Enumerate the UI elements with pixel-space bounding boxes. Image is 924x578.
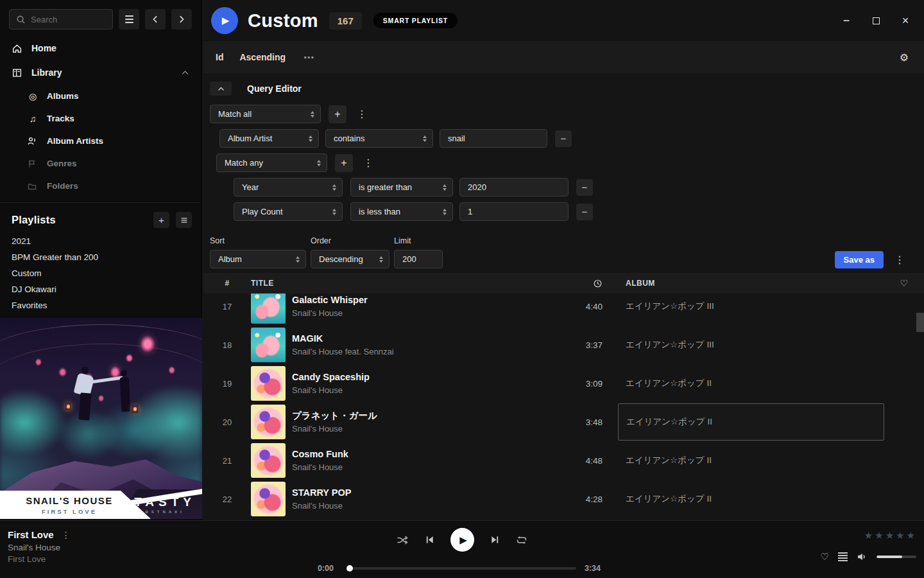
- rule-field-select[interactable]: Album Artist: [219, 129, 319, 148]
- add-rule-button[interactable]: +: [335, 154, 353, 172]
- now-playing-artist[interactable]: Snail's House: [8, 543, 71, 552]
- collapse-query-editor-button[interactable]: [210, 82, 232, 96]
- track-artist[interactable]: Snail's House: [292, 384, 370, 396]
- playlist-item[interactable]: 2021: [12, 233, 189, 249]
- close-button[interactable]: ×: [896, 11, 915, 30]
- table-row[interactable]: 19 Candy Spaceship Snail's House 3:09 エイ…: [203, 364, 924, 403]
- sidebar-item-genres[interactable]: Genres: [0, 152, 201, 175]
- repeat-button[interactable]: [516, 535, 527, 545]
- nav-forward-button[interactable]: [171, 9, 192, 30]
- playlist-item[interactable]: Custom: [12, 265, 189, 281]
- rule-operator-select[interactable]: is less than: [350, 202, 453, 221]
- remove-rule-button[interactable]: −: [576, 179, 593, 196]
- track-album[interactable]: エイリアン☆ポップ II: [618, 442, 884, 479]
- track-artist[interactable]: Snail's House: [292, 307, 368, 319]
- rule-field-select[interactable]: Year: [234, 178, 343, 197]
- track-album[interactable]: エイリアン☆ポップ II: [618, 365, 884, 402]
- maximize-button[interactable]: [866, 11, 886, 30]
- star-icon[interactable]: ★: [907, 530, 915, 541]
- rule-value-input[interactable]: [440, 129, 547, 148]
- playlist-item[interactable]: DJ Okawari: [12, 281, 189, 297]
- column-header-album[interactable]: ALBUM: [618, 279, 884, 288]
- rule-value-input[interactable]: [459, 178, 569, 197]
- volume-icon[interactable]: [857, 552, 868, 562]
- match-type-select[interactable]: Match any: [216, 153, 327, 172]
- column-header-index[interactable]: #: [203, 279, 251, 288]
- sidebar-item-album-artists[interactable]: Album Artists: [0, 130, 201, 152]
- volume-slider[interactable]: [877, 556, 916, 558]
- remove-rule-button[interactable]: −: [576, 204, 593, 220]
- sidebar-item-library[interactable]: Library: [0, 60, 201, 85]
- search-box[interactable]: [9, 9, 113, 30]
- remove-rule-button[interactable]: −: [555, 130, 572, 147]
- sidebar-item-home[interactable]: Home: [0, 36, 201, 60]
- table-row[interactable]: 20 プラネット・ガール Snail's House 3:48 エイリアン☆ポッ…: [203, 403, 924, 441]
- menu-button[interactable]: [119, 9, 139, 30]
- more-options-icon[interactable]: ⋯: [304, 51, 314, 64]
- star-icon[interactable]: ★: [886, 530, 894, 541]
- shuffle-button[interactable]: [397, 535, 409, 545]
- limit-input[interactable]: [394, 250, 443, 268]
- sidebar-item-albums[interactable]: ◎ Albums: [0, 85, 201, 107]
- list-icon: [180, 216, 189, 225]
- rule-value-input[interactable]: [459, 202, 569, 221]
- queue-icon[interactable]: [838, 552, 848, 561]
- track-artist[interactable]: Snail's House feat. Sennzai: [292, 346, 394, 358]
- column-header-favorite[interactable]: ♡: [884, 278, 924, 288]
- playlist-item[interactable]: Favorites: [12, 297, 189, 313]
- now-playing-artwork[interactable]: SNAIL'S HOUSE FIRST LOVE TASTY BSTNAXI: [0, 318, 202, 519]
- rule-group-menu-button[interactable]: ⋮: [361, 157, 376, 169]
- track-artist[interactable]: Snail's House: [292, 461, 348, 473]
- track-artist[interactable]: Snail's House: [292, 500, 351, 512]
- track-artist[interactable]: Snail's House: [292, 423, 377, 435]
- rule-field-select[interactable]: Play Count: [234, 202, 343, 221]
- favorite-button[interactable]: ♡: [821, 551, 829, 563]
- track-album[interactable]: エイリアン☆ポップ III: [618, 326, 884, 363]
- query-menu-button[interactable]: ⋮: [892, 254, 907, 266]
- column-header-title[interactable]: TITLE: [251, 279, 552, 288]
- kebab-icon: ⋮: [363, 157, 373, 168]
- save-as-button[interactable]: Save as: [835, 251, 884, 268]
- add-playlist-button[interactable]: +: [153, 212, 169, 228]
- table-row[interactable]: 18 MAGIK Snail's House feat. Sennzai 3:3…: [203, 326, 924, 364]
- table-row[interactable]: 22 STARRY POP Snail's House 4:28 エイリアン☆ポ…: [203, 480, 924, 518]
- table-row[interactable]: 21 Cosmo Funk Snail's House 4:48 エイリアン☆ポ…: [203, 441, 924, 480]
- play-pause-button[interactable]: ▶: [450, 528, 474, 552]
- rule-group-menu-button[interactable]: ⋮: [354, 108, 370, 120]
- now-playing-album[interactable]: First Love: [8, 554, 71, 564]
- star-icon[interactable]: ★: [864, 530, 873, 541]
- chevron-up-icon[interactable]: [181, 69, 189, 77]
- playlist-list-options-button[interactable]: [176, 212, 192, 228]
- rule-operator-select[interactable]: contains: [325, 129, 433, 148]
- previous-track-button[interactable]: [425, 535, 434, 545]
- sidebar-item-label: Tracks: [47, 114, 74, 123]
- sort-field-button[interactable]: Id: [216, 52, 223, 62]
- seek-handle[interactable]: [346, 565, 353, 572]
- column-header-duration[interactable]: [552, 279, 604, 288]
- star-icon[interactable]: ★: [896, 530, 904, 541]
- rule-operator-select[interactable]: is greater than: [350, 178, 453, 197]
- search-input[interactable]: [31, 15, 106, 24]
- sidebar-item-tracks[interactable]: ♫ Tracks: [0, 107, 201, 130]
- next-track-button[interactable]: [490, 535, 500, 545]
- sort-direction-button[interactable]: Ascending: [239, 52, 286, 62]
- nav-back-button[interactable]: [145, 9, 166, 30]
- match-type-select[interactable]: Match all: [210, 105, 321, 123]
- minimize-button[interactable]: −: [837, 11, 856, 30]
- order-select[interactable]: Descending: [311, 250, 389, 268]
- playlist-item[interactable]: BPM Greater than 200: [12, 249, 189, 265]
- star-icon[interactable]: ★: [875, 530, 883, 541]
- select-caret-icon: [443, 209, 447, 215]
- flag-icon: [27, 159, 38, 169]
- now-playing-title[interactable]: First Love: [8, 529, 54, 540]
- sidebar-item-folders[interactable]: Folders: [0, 175, 201, 197]
- track-album[interactable]: エイリアン☆ポップ II: [618, 480, 884, 518]
- track-menu-button[interactable]: ⋮: [62, 530, 71, 540]
- sort-select[interactable]: Album: [210, 250, 306, 268]
- play-playlist-button[interactable]: ▶: [211, 7, 238, 34]
- track-album-focused-cell[interactable]: エイリアン☆ポップ II: [618, 403, 884, 441]
- gear-icon[interactable]: ⚙: [900, 51, 909, 64]
- row-index: 18: [203, 340, 251, 350]
- add-rule-button[interactable]: +: [329, 105, 346, 123]
- seek-bar[interactable]: [348, 567, 576, 570]
